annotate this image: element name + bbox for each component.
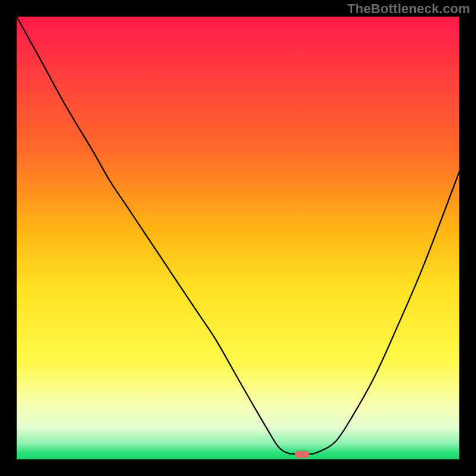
gradient-background [17, 17, 459, 459]
chart-frame: TheBottleneck.com [0, 0, 476, 476]
plot-area [17, 17, 459, 459]
watermark-text: TheBottleneck.com [347, 1, 470, 17]
plot-svg [17, 17, 459, 459]
optimal-marker [295, 450, 309, 458]
